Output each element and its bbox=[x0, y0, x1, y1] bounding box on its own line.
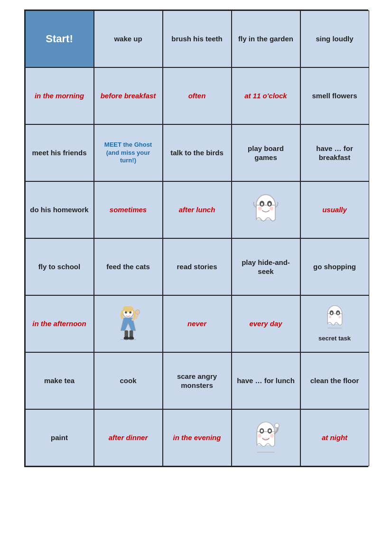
cell-start: Start! bbox=[25, 10, 94, 67]
svg-point-12 bbox=[135, 310, 140, 314]
cell-go-shopping: go shopping bbox=[300, 238, 369, 295]
cell-secret-task: secret task bbox=[300, 295, 369, 352]
ghost-secret-icon bbox=[322, 305, 348, 331]
cell-text: at 11 o'clock bbox=[244, 91, 287, 101]
cell-text: in the evening bbox=[173, 433, 221, 442]
cell-homework: do his homework bbox=[25, 181, 94, 238]
girl-icon bbox=[115, 306, 141, 342]
cell-wake-up: wake up bbox=[94, 10, 163, 67]
cell-never: never bbox=[163, 295, 232, 352]
cell-at-11: at 11 o'clock bbox=[232, 67, 300, 124]
cell-text: make tea bbox=[44, 376, 75, 386]
cell-meet-friends: meet his friends bbox=[25, 124, 94, 181]
cell-before-breakfast: before breakfast bbox=[94, 67, 163, 124]
cell-read-stories: read stories bbox=[163, 238, 232, 295]
cell-text: meet his friends bbox=[32, 148, 86, 158]
svg-point-35 bbox=[274, 423, 279, 428]
svg-point-22 bbox=[331, 312, 332, 314]
cell-text: read stories bbox=[177, 262, 217, 272]
svg-point-6 bbox=[258, 207, 262, 210]
cell-in-morning: in the morning bbox=[25, 67, 94, 124]
ghost-icon bbox=[252, 193, 280, 226]
cell-text: cook bbox=[120, 376, 136, 386]
cell-make-tea: make tea bbox=[25, 352, 94, 409]
cell-smell-flowers: smell flowers bbox=[300, 67, 369, 124]
cell-text: paint bbox=[51, 433, 68, 442]
cell-have-lunch: have … for lunch bbox=[232, 352, 300, 409]
cell-girl-image bbox=[94, 295, 163, 352]
cell-sometimes: sometimes bbox=[94, 181, 163, 238]
cell-after-dinner: after dinner bbox=[94, 409, 163, 466]
cell-scare-monsters: scare angry monsters bbox=[163, 352, 232, 409]
cell-have-breakfast: have … for breakfast bbox=[300, 124, 369, 181]
cell-paint: paint bbox=[25, 409, 94, 466]
cell-afternoon: in the afternoon bbox=[25, 295, 94, 352]
cell-every-day: every day bbox=[232, 295, 300, 352]
cell-text: clean the floor bbox=[310, 376, 359, 386]
svg-point-23 bbox=[337, 312, 338, 314]
cell-brush-teeth: brush his teeth bbox=[163, 10, 232, 67]
cell-text: play board games bbox=[236, 144, 296, 162]
cell-text: after lunch bbox=[179, 205, 215, 215]
cell-text: have … for breakfast bbox=[305, 144, 365, 162]
cell-text: usually bbox=[322, 205, 347, 215]
cell-meet-ghost: MEET the Ghost (and miss your turn!) bbox=[94, 124, 163, 181]
cell-in-evening: in the evening bbox=[163, 409, 232, 466]
svg-point-10 bbox=[125, 311, 127, 313]
cell-sing-loudly: sing loudly bbox=[300, 10, 369, 67]
svg-point-5 bbox=[269, 203, 271, 206]
game-board: Start! wake up brush his teeth fly in th… bbox=[24, 9, 368, 467]
cell-text: go shopping bbox=[313, 262, 356, 272]
cell-text: in the afternoon bbox=[32, 319, 86, 329]
cell-text: wake up bbox=[114, 34, 142, 44]
cell-text: before breakfast bbox=[101, 91, 156, 101]
cell-fly-garden: fly in the garden bbox=[232, 10, 300, 67]
svg-point-24 bbox=[328, 316, 331, 318]
cell-at-night: at night bbox=[300, 409, 369, 466]
svg-point-11 bbox=[129, 311, 131, 313]
cell-text: fly in the garden bbox=[238, 34, 293, 44]
cell-text: scare angry monsters bbox=[167, 372, 227, 390]
cell-talk-birds: talk to the birds bbox=[163, 124, 232, 181]
cell-text: play hide-and-seek bbox=[236, 258, 296, 276]
cell-cook: cook bbox=[94, 352, 163, 409]
cell-text: in the morning bbox=[35, 91, 84, 101]
cell-hide-seek: play hide-and-seek bbox=[232, 238, 300, 295]
svg-point-31 bbox=[261, 430, 263, 433]
cell-ghost-image bbox=[232, 181, 300, 238]
cell-text: never bbox=[187, 319, 206, 329]
cell-text: smell flowers bbox=[312, 91, 357, 101]
svg-point-25 bbox=[338, 316, 341, 318]
cell-ghost2-image bbox=[232, 409, 300, 466]
cell-text: often bbox=[188, 91, 206, 101]
cell-play-board-games: play board games bbox=[232, 124, 300, 181]
svg-point-7 bbox=[270, 207, 273, 210]
cell-text: Start! bbox=[46, 32, 73, 46]
cell-text: secret task bbox=[318, 335, 351, 343]
svg-point-4 bbox=[261, 203, 263, 206]
cell-text: MEET the Ghost (and miss your turn!) bbox=[98, 141, 159, 165]
cell-text: sing loudly bbox=[316, 34, 353, 44]
svg-point-34 bbox=[270, 434, 273, 437]
cell-text: brush his teeth bbox=[171, 34, 223, 44]
cell-text: at night bbox=[322, 433, 347, 442]
ghost2-icon bbox=[251, 421, 281, 454]
cell-text: sometimes bbox=[110, 205, 147, 215]
cell-text: after dinner bbox=[109, 433, 148, 442]
cell-text: feed the cats bbox=[106, 262, 150, 272]
cell-often: often bbox=[163, 67, 232, 124]
cell-text: fly to school bbox=[38, 262, 80, 272]
cell-text: do his homework bbox=[30, 205, 88, 215]
cell-text: talk to the birds bbox=[170, 148, 224, 158]
svg-point-33 bbox=[258, 434, 261, 437]
cell-usually: usually bbox=[300, 181, 369, 238]
cell-text: every day bbox=[249, 319, 282, 329]
cell-after-lunch: after lunch bbox=[163, 181, 232, 238]
cell-text: have … for lunch bbox=[237, 376, 295, 386]
svg-point-32 bbox=[269, 430, 271, 433]
cell-fly-school: fly to school bbox=[25, 238, 94, 295]
cell-feed-cats: feed the cats bbox=[94, 238, 163, 295]
cell-clean-floor: clean the floor bbox=[300, 352, 369, 409]
